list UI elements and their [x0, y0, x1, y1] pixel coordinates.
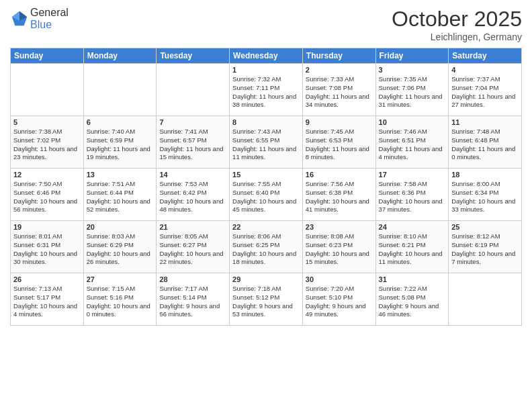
table-row: 29Sunrise: 7:18 AM Sunset: 5:12 PM Dayli…	[230, 273, 303, 326]
day-number: 20	[87, 223, 154, 231]
day-detail: Sunrise: 8:00 AM Sunset: 6:34 PM Dayligh…	[451, 180, 519, 214]
day-detail: Sunrise: 7:46 AM Sunset: 6:51 PM Dayligh…	[379, 128, 446, 162]
day-number: 24	[379, 223, 446, 231]
day-detail: Sunrise: 7:18 AM Sunset: 5:12 PM Dayligh…	[232, 285, 300, 319]
day-detail: Sunrise: 7:48 AM Sunset: 6:48 PM Dayligh…	[451, 128, 519, 162]
day-number: 15	[232, 171, 300, 179]
col-friday: Friday	[375, 48, 449, 64]
day-number: 23	[306, 223, 373, 231]
page-container: General Blue October 2025 Leichlingen, G…	[0, 0, 532, 411]
table-row: 27Sunrise: 7:15 AM Sunset: 5:16 PM Dayli…	[83, 273, 157, 326]
table-row: 18Sunrise: 8:00 AM Sunset: 6:34 PM Dayli…	[449, 169, 522, 221]
day-number: 25	[451, 223, 519, 231]
day-number: 7	[159, 118, 226, 126]
day-number: 10	[379, 118, 446, 126]
col-saturday: Saturday	[449, 48, 522, 64]
day-number: 6	[87, 118, 154, 126]
page-header: General Blue October 2025 Leichlingen, G…	[10, 7, 522, 42]
table-row: 2Sunrise: 7:33 AM Sunset: 7:08 PM Daylig…	[302, 64, 375, 116]
day-number: 29	[232, 275, 300, 283]
day-number: 30	[306, 275, 373, 283]
day-detail: Sunrise: 7:50 AM Sunset: 6:46 PM Dayligh…	[13, 180, 81, 214]
col-monday: Monday	[83, 48, 157, 64]
table-row	[11, 64, 84, 116]
table-row: 30Sunrise: 7:20 AM Sunset: 5:10 PM Dayli…	[302, 273, 375, 326]
day-number: 13	[87, 171, 154, 179]
day-number: 19	[13, 223, 81, 231]
day-detail: Sunrise: 8:10 AM Sunset: 6:21 PM Dayligh…	[379, 232, 446, 267]
day-detail: Sunrise: 7:43 AM Sunset: 6:55 PM Dayligh…	[232, 128, 300, 162]
day-detail: Sunrise: 7:17 AM Sunset: 5:14 PM Dayligh…	[159, 285, 226, 319]
table-row: 11Sunrise: 7:48 AM Sunset: 6:48 PM Dayli…	[449, 116, 522, 169]
day-detail: Sunrise: 7:15 AM Sunset: 5:16 PM Dayligh…	[87, 285, 154, 319]
table-row: 5Sunrise: 7:38 AM Sunset: 7:02 PM Daylig…	[11, 116, 84, 169]
calendar-week-3: 12Sunrise: 7:50 AM Sunset: 6:46 PM Dayli…	[11, 169, 522, 221]
day-number: 3	[379, 66, 446, 74]
day-detail: Sunrise: 8:06 AM Sunset: 6:25 PM Dayligh…	[232, 232, 300, 267]
col-tuesday: Tuesday	[157, 48, 230, 64]
table-row: 20Sunrise: 8:03 AM Sunset: 6:29 PM Dayli…	[83, 221, 157, 273]
table-row: 26Sunrise: 7:13 AM Sunset: 5:17 PM Dayli…	[11, 273, 84, 326]
day-number: 4	[451, 66, 519, 74]
calendar-header-row: Sunday Monday Tuesday Wednesday Thursday…	[11, 48, 522, 64]
table-row: 23Sunrise: 8:08 AM Sunset: 6:23 PM Dayli…	[302, 221, 375, 273]
day-detail: Sunrise: 7:13 AM Sunset: 5:17 PM Dayligh…	[13, 285, 81, 319]
day-number: 2	[306, 66, 373, 74]
day-number: 27	[87, 275, 154, 283]
table-row: 15Sunrise: 7:55 AM Sunset: 6:40 PM Dayli…	[230, 169, 303, 221]
table-row	[449, 273, 522, 326]
table-row: 3Sunrise: 7:35 AM Sunset: 7:06 PM Daylig…	[375, 64, 449, 116]
table-row: 7Sunrise: 7:41 AM Sunset: 6:57 PM Daylig…	[157, 116, 230, 169]
day-detail: Sunrise: 7:35 AM Sunset: 7:06 PM Dayligh…	[379, 75, 446, 109]
table-row: 24Sunrise: 8:10 AM Sunset: 6:21 PM Dayli…	[375, 221, 449, 273]
table-row: 17Sunrise: 7:58 AM Sunset: 6:36 PM Dayli…	[375, 169, 449, 221]
table-row	[157, 64, 230, 116]
logo-text: General Blue	[30, 7, 69, 31]
month-title: October 2025	[392, 7, 522, 32]
day-number: 8	[232, 118, 300, 126]
day-number: 26	[13, 275, 81, 283]
calendar-week-4: 19Sunrise: 8:01 AM Sunset: 6:31 PM Dayli…	[11, 221, 522, 273]
day-detail: Sunrise: 8:08 AM Sunset: 6:23 PM Dayligh…	[306, 232, 373, 267]
day-detail: Sunrise: 8:12 AM Sunset: 6:19 PM Dayligh…	[451, 232, 519, 267]
day-number: 18	[451, 171, 519, 179]
day-detail: Sunrise: 7:38 AM Sunset: 7:02 PM Dayligh…	[13, 128, 81, 162]
table-row: 8Sunrise: 7:43 AM Sunset: 6:55 PM Daylig…	[230, 116, 303, 169]
day-detail: Sunrise: 7:55 AM Sunset: 6:40 PM Dayligh…	[232, 180, 300, 214]
table-row: 25Sunrise: 8:12 AM Sunset: 6:19 PM Dayli…	[449, 221, 522, 273]
day-number: 16	[306, 171, 373, 179]
table-row: 19Sunrise: 8:01 AM Sunset: 6:31 PM Dayli…	[11, 221, 84, 273]
day-detail: Sunrise: 7:40 AM Sunset: 6:59 PM Dayligh…	[87, 128, 154, 162]
day-number: 22	[232, 223, 300, 231]
logo-icon	[10, 9, 29, 28]
day-detail: Sunrise: 7:56 AM Sunset: 6:38 PM Dayligh…	[306, 180, 373, 214]
day-detail: Sunrise: 8:05 AM Sunset: 6:27 PM Dayligh…	[159, 232, 226, 267]
calendar-week-5: 26Sunrise: 7:13 AM Sunset: 5:17 PM Dayli…	[11, 273, 522, 326]
day-number: 11	[451, 118, 519, 126]
day-number: 31	[379, 275, 446, 283]
day-number: 9	[306, 118, 373, 126]
table-row	[83, 64, 157, 116]
logo-general: General	[30, 7, 69, 18]
calendar-table: Sunday Monday Tuesday Wednesday Thursday…	[10, 48, 522, 326]
table-row: 12Sunrise: 7:50 AM Sunset: 6:46 PM Dayli…	[11, 169, 84, 221]
day-number: 28	[159, 275, 226, 283]
day-detail: Sunrise: 7:37 AM Sunset: 7:04 PM Dayligh…	[451, 75, 519, 109]
calendar-week-2: 5Sunrise: 7:38 AM Sunset: 7:02 PM Daylig…	[11, 116, 522, 169]
day-number: 21	[159, 223, 226, 231]
table-row: 10Sunrise: 7:46 AM Sunset: 6:51 PM Dayli…	[375, 116, 449, 169]
table-row: 9Sunrise: 7:45 AM Sunset: 6:53 PM Daylig…	[302, 116, 375, 169]
col-thursday: Thursday	[302, 48, 375, 64]
location: Leichlingen, Germany	[392, 32, 522, 42]
day-detail: Sunrise: 7:51 AM Sunset: 6:44 PM Dayligh…	[87, 180, 154, 214]
day-detail: Sunrise: 7:33 AM Sunset: 7:08 PM Dayligh…	[306, 75, 373, 109]
day-detail: Sunrise: 8:01 AM Sunset: 6:31 PM Dayligh…	[13, 232, 81, 267]
table-row: 16Sunrise: 7:56 AM Sunset: 6:38 PM Dayli…	[302, 169, 375, 221]
table-row: 14Sunrise: 7:53 AM Sunset: 6:42 PM Dayli…	[157, 169, 230, 221]
day-number: 5	[13, 118, 81, 126]
table-row: 13Sunrise: 7:51 AM Sunset: 6:44 PM Dayli…	[83, 169, 157, 221]
table-row: 31Sunrise: 7:22 AM Sunset: 5:08 PM Dayli…	[375, 273, 449, 326]
logo: General Blue	[10, 7, 69, 31]
logo-blue: Blue	[30, 19, 52, 30]
day-number: 12	[13, 171, 81, 179]
